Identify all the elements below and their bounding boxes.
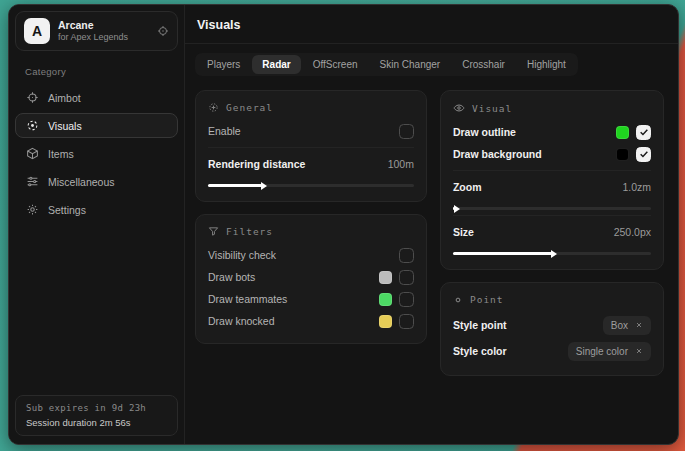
size-value: 250.0px [614,226,651,238]
filters-card: Filters Visibility check [195,214,427,344]
draw-knocked-label: Draw knocked [208,315,275,327]
zoom-row: Zoom 1.0zm [453,176,651,198]
tab-highlight[interactable]: Highlight [517,55,576,74]
sliders-icon [26,175,39,188]
draw-background-checkbox[interactable] [636,147,651,162]
sidebar-item-items[interactable]: Items [15,141,178,166]
draw-bots-color-swatch[interactable] [379,271,392,284]
tab-players[interactable]: Players [197,55,250,74]
app-title: Arcane [58,19,128,32]
sidebar-item-miscellaneous[interactable]: Miscellaneous [15,169,178,194]
cube-icon [26,147,39,160]
slider-fill [453,207,455,210]
check-icon [639,127,649,137]
draw-bots-checkbox[interactable] [399,270,414,285]
sub-expires-text: Sub expires in 9d 23h [26,403,167,413]
size-row: Size 250.0px [453,221,651,243]
draw-teammates-row: Draw teammates [208,288,414,310]
visibility-check-checkbox[interactable] [399,248,414,263]
visual-title: Visual [472,103,512,114]
focus-icon [208,102,219,113]
draw-bots-row: Draw bots [208,266,414,288]
tab-offscreen[interactable]: OffScreen [303,55,368,74]
sidebar-item-settings[interactable]: Settings [15,197,178,222]
draw-background-color-swatch[interactable] [616,148,629,161]
zoom-label: Zoom [453,181,482,193]
funnel-icon [208,226,219,237]
enable-row: Enable [208,120,414,142]
sidebar-item-visuals[interactable]: Visuals [15,113,178,138]
sidebar-item-label: Visuals [48,120,82,132]
rendering-distance-value: 100m [388,158,414,170]
general-card: General Enable [195,90,427,202]
size-label: Size [453,226,474,238]
point-card-header: Point [453,294,651,305]
divider [453,170,651,171]
check-icon [639,149,649,159]
zoom-slider[interactable] [453,207,651,210]
style-color-row: Style color Single color [453,338,651,364]
eye-icon [453,102,465,114]
visual-card-header: Visual [453,102,651,114]
sidebar-nav: Aimbot Visuals Items [15,85,178,222]
style-point-select[interactable]: Box [603,316,651,335]
size-slider[interactable] [453,252,651,255]
sidebar-item-label: Settings [48,204,86,216]
draw-teammates-checkbox[interactable] [399,292,414,307]
crosshair-icon [26,91,39,104]
draw-knocked-row: Draw knocked [208,310,414,332]
tab-crosshair[interactable]: Crosshair [452,55,515,74]
divider [208,147,414,148]
visibility-check-row: Visibility check [208,244,414,266]
app-window: A Arcane for Apex Legends Category [8,4,679,445]
draw-teammates-color-swatch[interactable] [379,293,392,306]
rendering-distance-slider[interactable] [208,184,414,187]
rendering-distance-row: Rendering distance 100m [208,153,414,175]
general-card-header: General [208,102,414,113]
divider [453,215,651,216]
draw-knocked-color-swatch[interactable] [379,315,392,328]
point-icon [453,295,463,305]
clear-x-icon[interactable] [635,321,643,329]
session-duration-text: Session duration 2m 56s [26,417,167,428]
draw-knocked-checkbox[interactable] [399,314,414,329]
filters-card-header: Filters [208,226,414,237]
clear-x-icon[interactable] [635,347,643,355]
draw-bots-label: Draw bots [208,271,255,283]
main-panel: Visuals Players Radar OffScreen Skin Cha… [185,5,678,444]
draw-background-label: Draw background [453,148,542,160]
draw-background-row: Draw background [453,143,651,165]
content-area: General Enable [185,76,678,390]
sidebar-item-aimbot[interactable]: Aimbot [15,85,178,110]
sidebar-item-label: Miscellaneous [48,176,115,188]
radar-scan-icon [26,119,39,132]
left-column: General Enable [195,90,427,376]
style-point-value: Box [611,320,628,331]
enable-checkbox[interactable] [399,124,414,139]
point-card: Point Style point Box [440,282,664,376]
slider-fill [453,252,552,255]
main-header: Visuals [185,5,678,44]
tab-radar[interactable]: Radar [252,55,300,74]
draw-outline-label: Draw outline [453,126,516,138]
draw-outline-checkbox[interactable] [636,125,651,140]
app-logo: A [24,18,50,44]
tab-skin-changer[interactable]: Skin Changer [370,55,451,74]
style-point-row: Style point Box [453,312,651,338]
page-title: Visuals [197,18,662,32]
target-icon[interactable] [157,25,169,37]
sidebar: A Arcane for Apex Legends Category [9,5,185,444]
visual-card: Visual Draw outline [440,90,664,270]
style-color-label: Style color [453,345,507,357]
tab-bar: Players Radar OffScreen Skin Changer Cro… [195,53,578,76]
draw-outline-color-swatch[interactable] [616,126,629,139]
app-header: A Arcane for Apex Legends [15,11,178,51]
style-color-select[interactable]: Single color [568,342,651,361]
app-logo-letter: A [32,23,42,39]
right-column: Visual Draw outline [440,90,664,376]
sidebar-item-label: Items [48,148,74,160]
draw-teammates-label: Draw teammates [208,293,287,305]
visibility-check-label: Visibility check [208,249,276,261]
category-label: Category [25,66,168,77]
zoom-value: 1.0zm [622,181,651,193]
